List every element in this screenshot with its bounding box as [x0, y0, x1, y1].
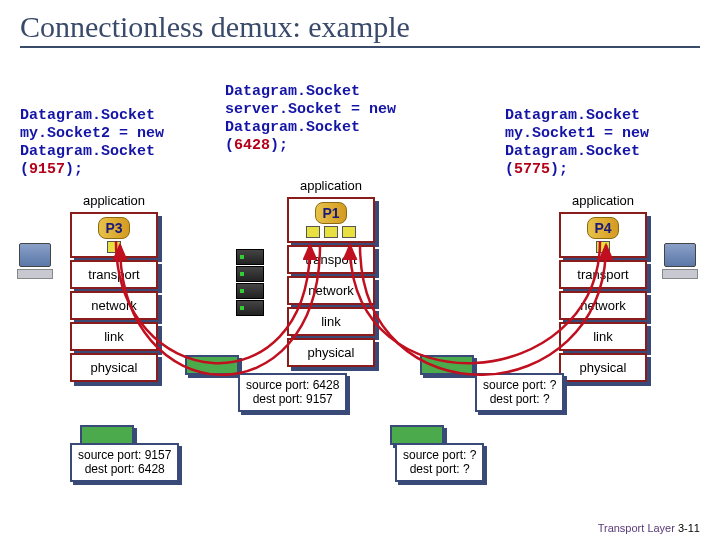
code-left-l4a: (: [20, 161, 29, 178]
packet-header-icon: [420, 355, 474, 375]
proc-p4: P4: [587, 217, 618, 239]
pkt-right-out-l2: dest port: ?: [410, 462, 470, 476]
stack-right-physical: physical: [559, 353, 647, 382]
stack-left-physical-label: physical: [72, 358, 156, 377]
proc-p3: P3: [98, 217, 129, 239]
code-right-port: 5775: [514, 161, 550, 178]
packet-header-icon: [185, 355, 239, 375]
stack-center-physical: physical: [287, 338, 375, 367]
code-right-l1: Datagram.Socket: [505, 107, 640, 124]
code-left-l3: Datagram.Socket: [20, 143, 155, 160]
pc-left-icon: [15, 243, 55, 279]
footer-page: 3-11: [678, 522, 700, 534]
stack-right-transport: transport: [559, 260, 647, 289]
socket-icon: [306, 226, 320, 238]
stack-center-transport-label: transport: [289, 250, 373, 269]
pkt-right-out-l1: source port: ?: [403, 448, 476, 462]
pkt-right-in-l2: dest port: ?: [490, 392, 550, 406]
stack-center-app-box: P1: [287, 197, 375, 243]
pkt-left-out-l2: dest port: 6428: [85, 462, 165, 476]
code-right-l2: my.Socket1 = new: [505, 125, 649, 142]
proc-p1: P1: [315, 202, 346, 224]
slide-title: Connectionless demux: example: [20, 10, 700, 48]
stack-right-link: link: [559, 322, 647, 351]
stack-left-link: link: [70, 322, 158, 351]
stack-right-transport-label: transport: [561, 265, 645, 284]
stack-center-link-label: link: [289, 312, 373, 331]
code-left-l1: Datagram.Socket: [20, 107, 155, 124]
pkt-left-in-l1: source port: 6428: [246, 378, 339, 392]
server-icon: [236, 249, 264, 317]
packet-left-outgoing: source port: 9157 dest port: 6428: [70, 443, 179, 482]
pc-right-icon: [660, 243, 700, 279]
stack-right-network-label: network: [561, 296, 645, 315]
code-left-l4c: );: [65, 161, 83, 178]
code-right-l4a: (: [505, 161, 514, 178]
pkt-left-in-l2: dest port: 9157: [253, 392, 333, 406]
stack-right-app-label: application: [559, 191, 647, 210]
stack-left-transport: transport: [70, 260, 158, 289]
code-left-port: 9157: [29, 161, 65, 178]
stack-right-link-label: link: [561, 327, 645, 346]
code-right-l4c: );: [550, 161, 568, 178]
stack-left-app-label: application: [70, 191, 158, 210]
stack-left-transport-label: transport: [72, 265, 156, 284]
stack-left-network: network: [70, 291, 158, 320]
pkt-right-in-l1: source port: ?: [483, 378, 556, 392]
stack-right-app-box: P4: [559, 212, 647, 258]
pkt-left-out-l1: source port: 9157: [78, 448, 171, 462]
code-left-l2: my.Socket2 = new: [20, 125, 164, 142]
packet-left-incoming: source port: 6428 dest port: 9157: [238, 373, 347, 412]
stack-left-link-label: link: [72, 327, 156, 346]
code-right: Datagram.Socket my.Socket1 = new Datagra…: [505, 107, 705, 179]
footer: Transport Layer 3-11: [598, 522, 700, 534]
diagram-area: Datagram.Socket my.Socket2 = new Datagra…: [20, 63, 700, 483]
stack-right-physical-label: physical: [561, 358, 645, 377]
packet-header-icon: [390, 425, 444, 445]
stack-center-network-label: network: [289, 281, 373, 300]
socket-icon: [107, 241, 121, 253]
stack-center-transport: transport: [287, 245, 375, 274]
socket-icon: [324, 226, 338, 238]
packet-header-icon: [80, 425, 134, 445]
code-center-l4c: );: [270, 137, 288, 154]
code-center-port: 6428: [234, 137, 270, 154]
socket-icon: [596, 241, 610, 253]
packet-right-incoming: source port: ? dest port: ?: [475, 373, 564, 412]
code-center-l3: Datagram.Socket: [225, 119, 360, 136]
code-left: Datagram.Socket my.Socket2 = new Datagra…: [20, 107, 200, 179]
stack-center: application P1 transport network link ph…: [287, 176, 375, 367]
code-center-l4a: (: [225, 137, 234, 154]
code-center-l2: server.Socket = new: [225, 101, 396, 118]
stack-center-app-label: application: [287, 176, 375, 195]
code-center-l1: Datagram.Socket: [225, 83, 360, 100]
stack-center-link: link: [287, 307, 375, 336]
stack-center-physical-label: physical: [289, 343, 373, 362]
stack-left-network-label: network: [72, 296, 156, 315]
stack-right: application P4 transport network link ph…: [559, 191, 647, 382]
stack-left-app-box: P3: [70, 212, 158, 258]
stack-left: application P3 transport network link ph…: [70, 191, 158, 382]
stack-right-network: network: [559, 291, 647, 320]
code-center: Datagram.Socket server.Socket = new Data…: [225, 83, 425, 155]
packet-right-outgoing: source port: ? dest port: ?: [395, 443, 484, 482]
stack-center-network: network: [287, 276, 375, 305]
socket-icon: [342, 226, 356, 238]
footer-label: Transport Layer: [598, 522, 675, 534]
stack-left-physical: physical: [70, 353, 158, 382]
code-right-l3: Datagram.Socket: [505, 143, 640, 160]
